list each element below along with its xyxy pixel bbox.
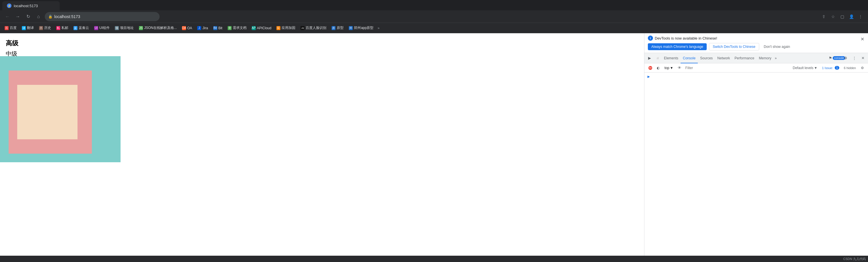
lanzou-icon: 蓝 xyxy=(73,26,78,30)
bookmark-label: 应用加固 xyxy=(282,26,296,30)
bookmark-jira[interactable]: J Jira xyxy=(195,25,210,32)
bookmark-appfort[interactable]: 应 应用加固 xyxy=(274,25,298,32)
bookmark-oa[interactable]: OA OA xyxy=(180,25,194,32)
bookmark-private-mail[interactable]: 私 私邮 xyxy=(54,25,71,32)
face-icon: AI xyxy=(301,26,305,30)
devtools-close-btn[interactable]: ✕ xyxy=(859,54,867,62)
bookmarks-more[interactable]: » xyxy=(377,26,379,30)
tab-memory[interactable]: Memory xyxy=(756,53,774,63)
devtools-panel: i DevTools is now available in Chinese! … xyxy=(644,33,868,256)
console-expand-arrow[interactable]: ► xyxy=(644,74,868,79)
bookmark-project[interactable]: 项 项目地址 xyxy=(113,25,136,32)
console-filter-input[interactable] xyxy=(684,65,790,71)
console-clear-btn[interactable]: ⛔ xyxy=(647,65,654,71)
issue-badge[interactable]: 1 Issue: 1 xyxy=(820,65,841,70)
bookmark-baidu[interactable]: 百 百度 xyxy=(2,25,19,32)
address-bar[interactable]: 🔒 localhost:5173 xyxy=(45,12,160,21)
more-tabs-btn[interactable]: » xyxy=(774,56,778,60)
devtools-device-btn[interactable]: ◽ xyxy=(654,54,662,62)
webpage: 高级 中级 低级 总赞数30 赞+10 xyxy=(0,33,644,256)
tab-favicon: ⚡ xyxy=(7,3,11,8)
peach-box xyxy=(17,85,78,139)
bookmark-bit[interactable]: Bit Bit xyxy=(211,25,225,32)
back-button[interactable]: ← xyxy=(3,13,11,21)
bookmark-apicloud[interactable]: AP APICloud xyxy=(249,25,274,32)
zz-icon: 郑 xyxy=(349,26,353,30)
tab-memory-label: Memory xyxy=(759,56,771,60)
bookmark-translate[interactable]: 译 翻译 xyxy=(20,25,36,32)
notification-title-row: i DevTools is now available in Chinese! xyxy=(648,36,865,41)
default-levels-arrow: ▼ xyxy=(814,66,817,70)
main-area: 高级 中级 低级 总赞数30 赞+10 i DevTools is now av… xyxy=(0,33,868,256)
tab-sources-label: Sources xyxy=(700,56,713,60)
bookmark-label: 郑州app原型 xyxy=(354,26,373,30)
tab-sources[interactable]: Sources xyxy=(698,53,715,63)
home-button[interactable]: ⌂ xyxy=(34,13,42,21)
share-button[interactable]: ⇧ xyxy=(820,13,828,21)
baidu-icon: 百 xyxy=(5,26,9,30)
window-toggle-button[interactable]: ▢ xyxy=(838,13,846,21)
bookmark-ui[interactable]: UI UI组件 xyxy=(92,25,112,32)
tab-performance[interactable]: Performance xyxy=(732,53,756,63)
bookmark-label: 需求文档 xyxy=(233,26,247,30)
bookmark-requirements[interactable]: 需 需求文档 xyxy=(225,25,249,32)
notification-actions: Always match Chrome's language Switch De… xyxy=(648,43,865,50)
bookmark-button[interactable]: ☆ xyxy=(829,13,837,21)
mail-icon: 私 xyxy=(56,26,60,30)
issue-label: 1 Issue: xyxy=(822,66,833,70)
bookmark-proto[interactable]: 原 原型 xyxy=(329,25,346,32)
oa-icon: OA xyxy=(182,26,186,30)
history-icon: 历 xyxy=(39,26,43,30)
match-language-button[interactable]: Always match Chrome's language xyxy=(648,43,707,50)
bookmark-label: Jira xyxy=(203,26,208,30)
info-icon: i xyxy=(648,36,653,41)
tab-console[interactable]: Console xyxy=(681,53,698,63)
bit-icon: Bit xyxy=(213,26,217,30)
tab-elements[interactable]: Elements xyxy=(662,53,681,63)
forward-button[interactable]: → xyxy=(14,13,22,21)
lock-icon: 🔒 xyxy=(48,14,53,18)
console-issues-btn[interactable]: ⚑ console xyxy=(833,54,841,62)
console-eye-btn[interactable]: 👁 xyxy=(676,65,683,71)
bookmark-label: 蓝奏云 xyxy=(79,26,89,30)
default-levels-label: Default levels xyxy=(793,66,813,70)
level-high-label: 高级 xyxy=(6,39,639,47)
bookmark-label: APICloud xyxy=(257,26,272,30)
jira-icon: J xyxy=(197,26,201,30)
notification-close-button[interactable]: ✕ xyxy=(859,36,866,42)
reload-button[interactable]: ↻ xyxy=(24,13,32,21)
issues-icon: ⚑ xyxy=(829,56,832,60)
bookmark-label: 百度 xyxy=(10,26,17,30)
devtools-options-btn[interactable]: ⋮ xyxy=(850,54,858,62)
profile-button[interactable]: 👤 xyxy=(847,13,856,21)
bookmark-history[interactable]: 历 历史 xyxy=(37,25,53,32)
console-no-filter-btn[interactable]: ◐ xyxy=(655,65,662,71)
default-levels-selector[interactable]: Default levels ▼ xyxy=(791,65,819,71)
bookmark-label: OA xyxy=(187,26,192,30)
bookmark-label: 原型 xyxy=(337,26,344,30)
tab-network-label: Network xyxy=(717,56,730,60)
translate-icon: 译 xyxy=(22,26,26,30)
devtools-settings-btn[interactable]: ⚙ xyxy=(842,54,849,62)
dont-show-button[interactable]: Don't show again xyxy=(762,43,793,50)
tab-elements-label: Elements xyxy=(664,56,678,60)
bookmark-json[interactable]: JS JSON在线解析及格... xyxy=(136,25,179,32)
fort-icon: 应 xyxy=(276,26,280,30)
tab-network[interactable]: Network xyxy=(715,53,732,63)
top-context-selector[interactable]: top ▼ xyxy=(663,65,675,71)
json-icon: JS xyxy=(139,26,143,30)
hidden-count-badge: 6 hidden xyxy=(842,66,858,70)
console-settings-btn[interactable]: ⚙ xyxy=(859,65,866,71)
bookmark-face[interactable]: AI 百度人脸识别 xyxy=(298,25,329,32)
bookmark-zz-proto[interactable]: 郑 郑州app原型 xyxy=(346,25,376,32)
top-label: top xyxy=(664,66,670,70)
switch-chinese-button[interactable]: Switch DevTools to Chinese xyxy=(709,43,759,50)
bookmark-label: 私邮 xyxy=(61,26,68,30)
issue-count-badge: 1 xyxy=(835,66,839,70)
devtools-cursor-btn[interactable]: ▶ xyxy=(646,54,654,62)
bookmark-label: 项目地址 xyxy=(120,26,134,30)
menu-button[interactable]: ⋮ xyxy=(857,13,865,21)
bookmark-lanzou[interactable]: 蓝 蓝奏云 xyxy=(71,25,91,32)
status-text: CSDN 九儿代码 xyxy=(843,257,866,261)
active-tab[interactable]: ⚡ localhost:5173 xyxy=(2,1,60,10)
